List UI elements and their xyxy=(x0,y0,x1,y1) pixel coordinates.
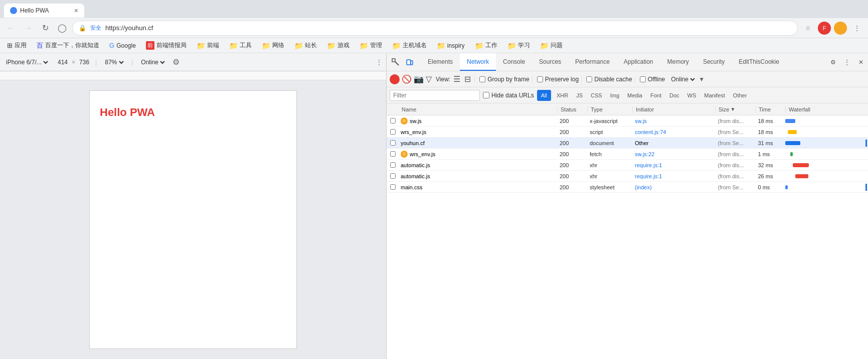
offline-input[interactable] xyxy=(640,76,646,82)
home-button[interactable]: ◯ xyxy=(55,21,69,35)
table-row[interactable]: youhun.cf 200 document Other (from Se...… xyxy=(387,138,868,149)
svg-rect-0 xyxy=(392,59,395,62)
bookmark-work[interactable]: 📁 工作 xyxy=(472,40,500,51)
row-checkbox[interactable] xyxy=(387,140,399,146)
disable-cache-input[interactable] xyxy=(586,76,592,82)
throttle-settings-icon[interactable]: ▼ xyxy=(699,76,705,83)
offline-checkbox[interactable]: Offline xyxy=(640,76,665,83)
header-time[interactable]: Time xyxy=(756,106,786,112)
row-checkbox[interactable] xyxy=(387,151,399,157)
table-row[interactable]: automatic.js 200 xhr require.js:1 (from … xyxy=(387,160,868,171)
devtools-close-button[interactable]: ✕ xyxy=(854,55,868,69)
tab-sources[interactable]: Sources xyxy=(532,53,568,71)
active-tab[interactable]: Hello PWA × xyxy=(4,4,84,18)
tab-editthiscookie[interactable]: EditThisCookie xyxy=(732,53,786,71)
filter-input[interactable] xyxy=(390,90,480,101)
bookmark-study[interactable]: 📁 学习 xyxy=(504,40,533,51)
toolbar-more-icon[interactable]: ⋮ xyxy=(376,59,382,66)
header-initiator[interactable]: Initiator xyxy=(633,106,716,112)
table-row[interactable]: main.css 200 stylesheet (index) (from Se… xyxy=(387,182,868,193)
header-name[interactable]: Name xyxy=(399,106,558,112)
device-settings-icon[interactable]: ⚙ xyxy=(172,57,180,67)
tab-security[interactable]: Security xyxy=(696,53,732,71)
device-select[interactable]: iPhone 6/7/... xyxy=(4,58,50,66)
tab-application[interactable]: Application xyxy=(617,53,660,71)
filter-ws-button[interactable]: WS xyxy=(685,91,699,99)
bookmark-button[interactable]: ☆ xyxy=(801,21,815,35)
filter-all-button[interactable]: All xyxy=(537,90,551,101)
group-by-frame-input[interactable] xyxy=(479,76,485,82)
group-by-frame-checkbox[interactable]: Group by frame xyxy=(479,76,529,83)
header-waterfall[interactable]: Waterfall xyxy=(786,106,868,112)
bookmark-tools[interactable]: 📁 工具 xyxy=(226,40,255,51)
bookmark-inspiry[interactable]: 📁 inspiry xyxy=(434,41,468,51)
row-checkbox[interactable] xyxy=(387,118,399,124)
menu-button[interactable]: ⋮ xyxy=(850,21,864,35)
clear-log-button[interactable]: 🚫 xyxy=(402,74,412,84)
table-row[interactable]: S wrs_env.js 200 fetch sw.js:22 (from di… xyxy=(387,149,868,160)
tab-close-button[interactable]: × xyxy=(74,7,78,15)
table-row[interactable]: wrs_env.js 200 script content.js:74 (fro… xyxy=(387,127,868,138)
bookmark-domain[interactable]: 📁 主机域名 xyxy=(389,40,430,51)
device-toggle-button[interactable] xyxy=(403,55,417,69)
filter-img-button[interactable]: Img xyxy=(608,91,622,99)
reload-button[interactable]: ↻ xyxy=(38,21,52,35)
bookmark-google[interactable]: G Google xyxy=(106,41,139,50)
preserve-log-input[interactable] xyxy=(537,76,543,82)
tab-console[interactable]: Console xyxy=(496,53,532,71)
bookmark-baidu[interactable]: 百 百度一下，你就知道 xyxy=(34,40,102,51)
back-button[interactable]: ← xyxy=(4,21,18,35)
bookmark-frontend-news[interactable]: 前 前端情报局 xyxy=(143,40,190,51)
devtools-more-button[interactable]: ⋮ xyxy=(840,55,854,69)
bookmark-network[interactable]: 📁 网络 xyxy=(259,40,287,51)
hide-data-urls-checkbox[interactable]: Hide data URLs xyxy=(483,92,534,99)
header-type[interactable]: Type xyxy=(588,106,633,112)
view-list-button[interactable]: ☰ xyxy=(453,74,460,84)
zoom-select[interactable]: 87% xyxy=(103,58,125,66)
bookmark-frontend[interactable]: 📁 前端 xyxy=(194,40,222,51)
table-row[interactable]: automatic.js 200 xhr require.js:1 (from … xyxy=(387,171,868,182)
hide-data-urls-input[interactable] xyxy=(483,92,489,98)
address-bar[interactable]: 🔒 安全 https://youhun.cf xyxy=(72,21,798,36)
tab-memory[interactable]: Memory xyxy=(660,53,696,71)
dimension-cross: × xyxy=(72,59,75,66)
screenshot-button[interactable]: 📷 xyxy=(414,74,424,84)
filter-css-button[interactable]: CSS xyxy=(588,91,605,99)
filter-xhr-button[interactable]: XHR xyxy=(554,91,571,99)
bookmark-webmaster[interactable]: 📁 站长 xyxy=(291,40,320,51)
tab-elements[interactable]: Elements xyxy=(421,53,460,71)
filter-other-button[interactable]: Other xyxy=(731,91,750,99)
tab-performance[interactable]: Performance xyxy=(568,53,617,71)
avatar-button[interactable] xyxy=(834,22,847,35)
row-checkbox[interactable] xyxy=(387,129,399,135)
bookmark-problems[interactable]: 📁 问题 xyxy=(537,40,566,51)
profile-button[interactable]: F xyxy=(818,22,831,35)
devtools-settings-button[interactable]: ⚙ xyxy=(826,55,840,69)
table-row[interactable]: S sw.js 200 x-javascript sw.js (from dis… xyxy=(387,115,868,127)
tab-network[interactable]: Network xyxy=(460,53,496,71)
disable-cache-checkbox[interactable]: Disable cache xyxy=(586,76,632,83)
preserve-log-checkbox[interactable]: Preserve log xyxy=(537,76,579,83)
bookmark-manage[interactable]: 📁 管理 xyxy=(357,40,385,51)
inspect-element-button[interactable] xyxy=(389,55,403,69)
header-size[interactable]: Size ▼ xyxy=(716,106,756,112)
view-tree-button[interactable]: ⊟ xyxy=(464,74,471,84)
record-button[interactable] xyxy=(390,74,400,84)
forward-button[interactable]: → xyxy=(21,21,35,35)
row-waterfall xyxy=(785,149,869,159)
throttle-select[interactable]: Online xyxy=(669,75,697,83)
row-type: stylesheet xyxy=(587,184,632,190)
filter-media-button[interactable]: Media xyxy=(625,91,645,99)
filter-doc-button[interactable]: Doc xyxy=(667,91,682,99)
header-status[interactable]: Status xyxy=(558,106,588,112)
filter-manifest-button[interactable]: Manifest xyxy=(702,91,728,99)
row-checkbox[interactable] xyxy=(387,184,399,190)
filter-toggle-button[interactable]: ▽ xyxy=(426,74,432,84)
filter-js-button[interactable]: JS xyxy=(574,91,585,99)
row-checkbox[interactable] xyxy=(387,173,399,179)
filter-font-button[interactable]: Font xyxy=(648,91,664,99)
row-checkbox[interactable] xyxy=(387,162,399,168)
bookmark-apps[interactable]: ⊞ 应用 xyxy=(4,40,30,51)
bookmark-games[interactable]: 📁 游戏 xyxy=(324,40,353,51)
network-throttle-select[interactable]: Online xyxy=(139,58,166,66)
